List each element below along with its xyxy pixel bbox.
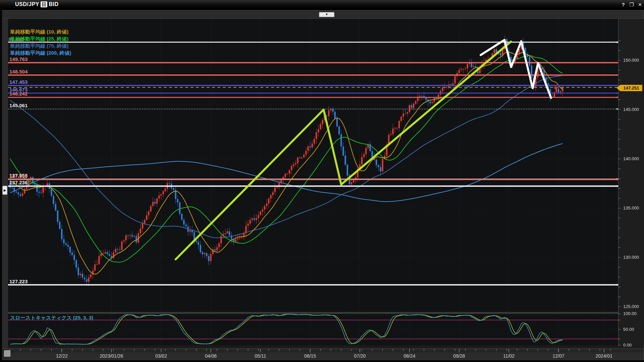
window-title: USD/JPY日BID xyxy=(15,1,59,7)
time-axis-label-2023/01/26: 2023/01/26 xyxy=(100,353,123,359)
left-bar xyxy=(2,19,8,349)
legend-sma-200[interactable]: 単純移動平均線 (200, 終値) xyxy=(10,49,71,56)
price-axis-label-130.000: 130.000 xyxy=(623,255,639,260)
collapse-panel-button[interactable]: ▼ xyxy=(319,12,334,17)
level-label-137.900: 137.900 xyxy=(9,173,28,179)
sma-200-line xyxy=(10,143,562,201)
legend-sma-10[interactable]: 単純移動平均線 (10, 終値) xyxy=(10,28,71,35)
level-label-148.504: 148.504 xyxy=(9,69,28,74)
pair-name: USD/JPY xyxy=(15,1,39,7)
stochastics-legend[interactable]: スローストキャスティクス (25, 3, 3) xyxy=(10,315,93,321)
price-axis-label-135.000: 135.000 xyxy=(623,205,639,210)
candles-layer xyxy=(9,36,564,286)
current-price-arrow xyxy=(616,85,620,91)
indicator-legend: 単純移動平均線 (10, 終値) 単純移動平均線 (25, 終値) 単純移動平均… xyxy=(10,28,71,56)
level-lines-layer xyxy=(8,42,618,286)
time-axis-label-05/11: 05/11 xyxy=(255,353,266,359)
time-axis-label-08/24: 08/24 xyxy=(404,353,415,359)
chart-canvas[interactable] xyxy=(0,0,644,362)
time-axis-label-03/02: 03/02 xyxy=(155,353,167,359)
price-axis-label-140.000: 140.000 xyxy=(623,156,639,161)
sma-25-line xyxy=(10,56,562,262)
price-axis-label-145.000: 145.000 xyxy=(623,107,639,112)
level-label-149.763: 149.763 xyxy=(9,56,28,62)
stoch-axis-label-50.00: 50.00 xyxy=(623,327,634,332)
time-axis-label-12/07: 12/07 xyxy=(553,353,565,359)
level-label-127.223: 127.223 xyxy=(9,279,28,284)
close-button[interactable]: ✕ xyxy=(636,1,644,8)
left-edge-strip xyxy=(0,10,2,362)
stoch-axis-label-100.00: 100.00 xyxy=(623,311,637,316)
level-label-147.453: 147.453 xyxy=(9,79,28,85)
price-axis-label-125.000: 125.000 xyxy=(623,304,639,309)
stoch-axis-label-0.00: 0.00 xyxy=(623,343,632,348)
bid-label: BID xyxy=(49,1,58,7)
price-axis-label-150.000: 150.000 xyxy=(623,58,639,63)
time-axis-label-09/28: 09/28 xyxy=(453,353,465,359)
legend-sma-75[interactable]: 単純移動平均線 (75, 終値) xyxy=(10,42,71,49)
period-badge[interactable]: 日 xyxy=(41,1,48,7)
white-zigzag-annotation xyxy=(481,40,551,98)
current-price-tag: 147.251 xyxy=(620,85,642,91)
title-bar[interactable]: USD/JPY日BID ? ❐ ✕ xyxy=(0,0,644,10)
level-label-146.242: 146.242 xyxy=(9,91,28,97)
grid-layer xyxy=(8,19,618,346)
time-axis-label-04/06: 04/06 xyxy=(205,353,217,359)
chevron-down-icon: ▼ xyxy=(325,13,328,16)
level-label-145.061: 145.061 xyxy=(9,103,28,108)
time-axis-label-06/15: 06/15 xyxy=(304,353,316,359)
legend-sma-25[interactable]: 単純移動平均線 (25, 終値) xyxy=(10,35,71,42)
help-button[interactable]: ? xyxy=(620,1,627,8)
level-label-137.236: 137.236 xyxy=(9,180,28,185)
chevron-right-icon: ▶ xyxy=(4,188,6,192)
sma-75-line xyxy=(10,75,562,238)
time-axis-label-07/20: 07/20 xyxy=(354,353,366,359)
scroll-handle[interactable] xyxy=(4,350,10,357)
time-axis-label-2024/01: 2024/01 xyxy=(595,353,612,359)
expand-sidebar-button[interactable]: ▶ xyxy=(2,186,7,195)
maximize-button[interactable]: ❐ xyxy=(628,1,635,8)
time-axis-label-12/22: 12/22 xyxy=(56,353,68,359)
time-axis-label-11/02: 11/02 xyxy=(503,353,515,359)
